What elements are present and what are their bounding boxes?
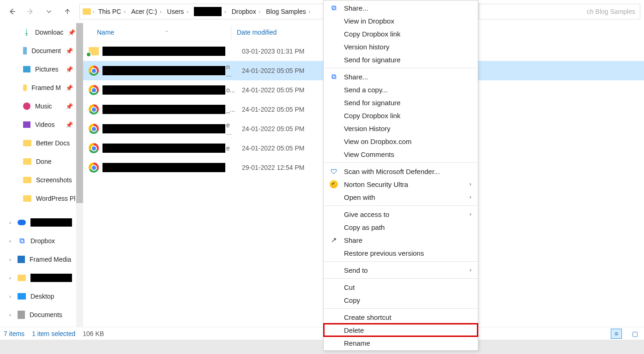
- filename-redacted: [102, 124, 225, 133]
- menu-item-version-history[interactable]: Version history: [324, 40, 478, 53]
- menu-item-version-history[interactable]: Version History: [324, 122, 478, 135]
- sidebar-item-betterdocs[interactable]: Better Docs: [0, 134, 83, 152]
- search-input[interactable]: ch Blog Samples: [479, 4, 640, 19]
- menu-item-view-comments[interactable]: View Comments: [324, 148, 478, 161]
- menu-item-label: Send to: [344, 266, 368, 274]
- crumb-dropbox[interactable]: Dropbox›: [230, 8, 263, 15]
- chrome-icon: [89, 124, 99, 134]
- recent-dropdown[interactable]: [41, 3, 57, 20]
- menu-item-norton-security-ultra[interactable]: Norton Security Ultra›: [324, 178, 478, 191]
- sort-asc-icon: ⌃: [165, 30, 169, 35]
- separator: [324, 162, 478, 163]
- sidebar-item-pictures[interactable]: Pictures 📌: [0, 60, 83, 78]
- chevron-right-icon[interactable]: ›: [9, 220, 11, 225]
- menu-item-send-a-copy[interactable]: Send a copy...: [324, 83, 478, 96]
- chevron-right-icon[interactable]: ›: [9, 312, 11, 318]
- document-icon: [23, 47, 27, 54]
- crumb-blog-samples[interactable]: Blog Samples›: [264, 8, 312, 15]
- details-view-button[interactable]: ≡: [611, 329, 622, 339]
- menu-item-give-access-to[interactable]: Give access to›: [324, 208, 478, 221]
- topbar: › This PC› Acer (C:)› Users› › Dropbox› …: [0, 0, 644, 23]
- menu-item-label: Copy Dropbox link: [344, 112, 401, 120]
- menu-item-copy-as-path[interactable]: Copy as path: [324, 221, 478, 234]
- sidebar-root-documents[interactable]: › Documents: [0, 306, 83, 324]
- dropbox-icon: ⧉: [18, 237, 26, 245]
- filename-redacted: [102, 144, 225, 153]
- chevron-right-icon: ›: [469, 267, 471, 273]
- menu-item-label: Send for signature: [344, 99, 401, 107]
- menu-item-send-for-signature[interactable]: Send for signature: [324, 96, 478, 109]
- menu-item-share[interactable]: ⧉Share...: [324, 70, 478, 83]
- pin-icon: 📌: [66, 121, 73, 128]
- sidebar-item-videos[interactable]: Videos 📌: [0, 115, 83, 134]
- chevron-right-icon[interactable]: ›: [9, 294, 11, 299]
- chevron-right-icon[interactable]: ›: [9, 257, 11, 262]
- sidebar-root-desktop[interactable]: › Desktop: [0, 287, 83, 306]
- menu-item-copy-dropbox-link[interactable]: Copy Dropbox link: [324, 109, 478, 122]
- menu-item-restore-previous-versions[interactable]: Restore previous versions: [324, 246, 478, 259]
- forward-button[interactable]: [22, 3, 39, 20]
- menu-item-create-shortcut[interactable]: Create shortcut: [324, 311, 478, 324]
- menu-item-rename[interactable]: Rename: [324, 336, 478, 349]
- sidebar-item-done[interactable]: Done: [0, 152, 83, 171]
- sidebar-item-screenshots[interactable]: Screenshots: [0, 171, 83, 189]
- menu-item-view-on-dropbox-com[interactable]: View on Dropbox.com: [324, 135, 478, 148]
- menu-item-label: Give access to: [344, 210, 389, 218]
- chrome-icon: [89, 85, 99, 95]
- menu-item-label: Cut: [344, 283, 355, 291]
- column-date[interactable]: Date modified: [231, 29, 277, 36]
- sidebar-root-onedrive[interactable]: ›: [0, 213, 83, 232]
- crumb-this-pc[interactable]: This PC›: [96, 8, 127, 15]
- menu-item-delete[interactable]: Delete: [324, 324, 478, 336]
- menu-item-cut[interactable]: Cut: [324, 281, 478, 294]
- crumb-drive[interactable]: Acer (C:)›: [129, 8, 163, 15]
- sidebar-item-framed[interactable]: Framed M 📌: [0, 78, 83, 97]
- document-icon: [18, 311, 25, 319]
- folder-icon: [23, 195, 31, 202]
- download-icon: ⭳: [23, 28, 30, 36]
- file-date: 24-01-2022 05:05 PM: [242, 86, 304, 94]
- filename-redacted: [102, 105, 225, 114]
- chevron-right-icon[interactable]: ›: [9, 275, 11, 281]
- menu-item-view-in-dropbox[interactable]: View in Dropbox: [324, 14, 478, 27]
- tiles-view-button[interactable]: ▢: [629, 329, 640, 339]
- sidebar-item-wordpress[interactable]: WordPress Pl: [0, 189, 83, 208]
- menu-item-share[interactable]: ⧉Share...: [324, 1, 478, 14]
- dropbox-icon: ⧉: [329, 3, 338, 12]
- sidebar-root-framed[interactable]: › Framed Media: [0, 250, 83, 269]
- pin-icon: 📌: [68, 29, 75, 36]
- filename-tail: o...: [226, 86, 235, 94]
- menu-item-scan-with-microsoft-defender[interactable]: 🛡Scan with Microsoft Defender...: [324, 165, 478, 178]
- chevron-right-icon: ›: [469, 181, 471, 187]
- up-button[interactable]: [59, 3, 76, 20]
- crumb-redacted[interactable]: ›: [192, 7, 228, 16]
- menu-item-label: Open with: [344, 193, 375, 201]
- sidebar-root-redacted[interactable]: ›: [0, 269, 83, 287]
- crumb-users[interactable]: Users›: [165, 8, 190, 15]
- menu-item-label: Rename: [344, 339, 370, 347]
- sidebar-root-dropbox[interactable]: › ⧉ Dropbox: [0, 232, 83, 250]
- menu-item-open-with[interactable]: Open with›: [324, 191, 478, 204]
- redacted-label: [30, 274, 72, 282]
- back-button[interactable]: [4, 3, 20, 20]
- menu-item-send-to[interactable]: Send to›: [324, 264, 478, 276]
- menu-item-send-for-signature[interactable]: Send for signature: [324, 53, 478, 66]
- sidebar-item-downloads[interactable]: ⭳ Downloac 📌: [0, 23, 83, 42]
- folder-icon: [23, 158, 31, 165]
- chrome-icon: [89, 104, 99, 114]
- filename-redacted: [102, 85, 225, 95]
- separator: [324, 261, 478, 262]
- menu-item-copy[interactable]: Copy: [324, 294, 478, 306]
- column-name[interactable]: Name ⌃: [83, 29, 231, 36]
- menu-item-label: Share...: [344, 73, 368, 81]
- menu-item-copy-dropbox-link[interactable]: Copy Dropbox link: [324, 27, 478, 40]
- sidebar-item-music[interactable]: Music 📌: [0, 97, 83, 115]
- scrollbar[interactable]: [76, 23, 83, 327]
- music-icon: [23, 102, 30, 110]
- status-selected: 1 item selected: [32, 330, 75, 337]
- menu-item-share[interactable]: ↗Share: [324, 234, 478, 246]
- menu-item-label: Version history: [344, 43, 389, 51]
- redacted-label: [30, 218, 72, 227]
- sidebar-item-documents[interactable]: Document 📌: [0, 42, 83, 60]
- chevron-right-icon[interactable]: ›: [9, 238, 11, 244]
